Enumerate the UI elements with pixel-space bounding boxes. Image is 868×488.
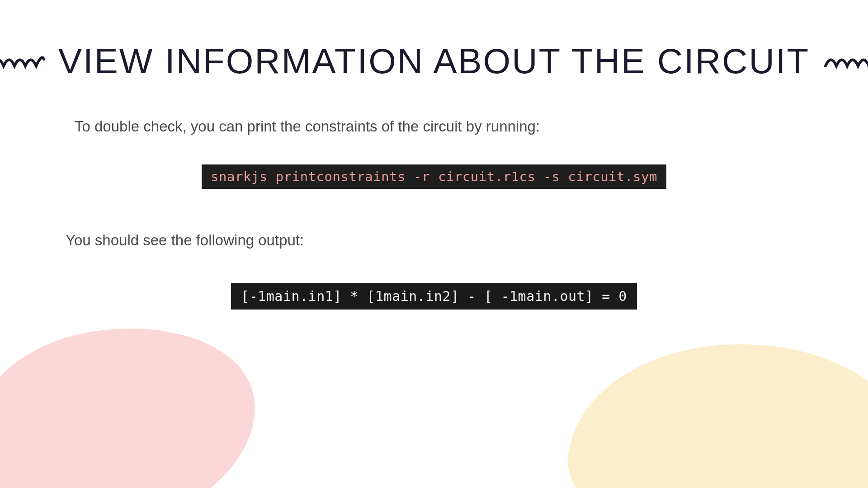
squiggle-right-icon: [823, 50, 868, 73]
output-code-block: [-1main.in1] * [1main.in2] - [ -1main.ou…: [231, 283, 637, 310]
title-row: View information about the circuit: [66, 41, 802, 82]
slide-content: View information about the circuit To do…: [0, 0, 868, 310]
decorative-blob-pink: [0, 306, 273, 488]
squiggle-left-icon: [0, 50, 45, 73]
intro-paragraph: To double check, you can print the const…: [75, 118, 802, 135]
command-code-block: snarkjs printconstraints -r circuit.r1cs…: [202, 164, 666, 189]
decorative-blob-cream: [556, 320, 868, 488]
output-label: You should see the following output:: [66, 232, 802, 249]
page-title: View information about the circuit: [58, 41, 810, 82]
